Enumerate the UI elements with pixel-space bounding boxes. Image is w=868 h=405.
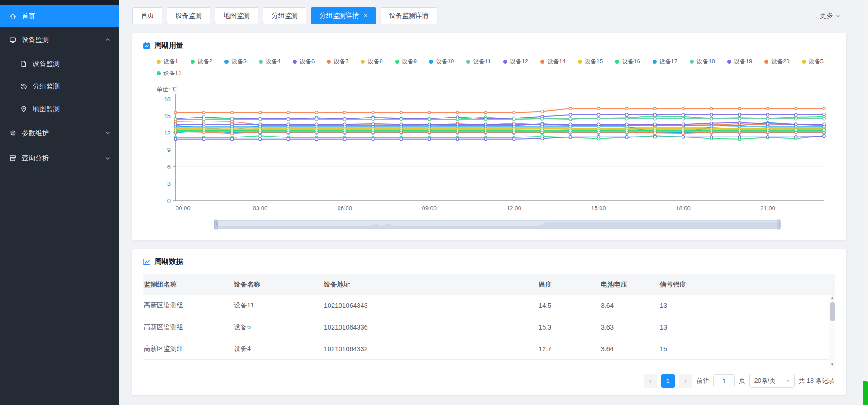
svg-text:9: 9 bbox=[167, 146, 171, 153]
legend-item-设备14[interactable]: 设备14 bbox=[540, 57, 565, 66]
column-header: 温度 bbox=[538, 280, 600, 289]
scroll-up-icon[interactable]: ▲ bbox=[829, 295, 836, 301]
legend-dot bbox=[540, 60, 544, 64]
column-header: 信号强度 bbox=[659, 280, 835, 289]
legend-item-设备18[interactable]: 设备18 bbox=[690, 57, 715, 66]
page-size-value: 20条/页 bbox=[754, 377, 776, 385]
page-number-input[interactable] bbox=[713, 374, 735, 387]
page-1-button[interactable]: 1 bbox=[661, 374, 675, 388]
sidebar-item-home[interactable]: 首页 bbox=[0, 5, 119, 27]
legend-label: 设备3 bbox=[231, 57, 246, 66]
next-page-button[interactable]: › bbox=[679, 374, 692, 388]
data-card-title: 周期数据 bbox=[143, 257, 835, 267]
table-cell: 设备4 bbox=[233, 344, 323, 353]
tab-label: 设备监测详情 bbox=[389, 11, 429, 20]
legend-dot bbox=[466, 60, 470, 64]
table-header: 监测组名称设备名称设备地址温度电池电压信号强度 bbox=[143, 274, 835, 295]
sidebar-item-label: 地图监测 bbox=[33, 105, 60, 113]
sidebar-item-device-monitor[interactable]: 设备监测 bbox=[0, 27, 119, 52]
legend-item-设备2[interactable]: 设备2 bbox=[191, 57, 212, 66]
legend-label: 设备16 bbox=[622, 57, 640, 66]
legend-item-设备16[interactable]: 设备16 bbox=[615, 57, 640, 66]
svg-text:18: 18 bbox=[164, 96, 171, 103]
svg-text:18:00: 18:00 bbox=[676, 205, 691, 212]
svg-text:21:00: 21:00 bbox=[760, 205, 775, 212]
legend-dot bbox=[395, 60, 399, 64]
legend-item-设备5[interactable]: 设备5 bbox=[802, 57, 824, 66]
legend-label: 设备17 bbox=[659, 57, 677, 66]
legend-item-设备19[interactable]: 设备19 bbox=[727, 57, 752, 66]
prev-page-button[interactable]: ‹ bbox=[644, 374, 657, 388]
legend-item-设备1[interactable]: 设备1 bbox=[157, 57, 178, 66]
column-header: 设备地址 bbox=[323, 280, 538, 289]
sidebar-item-label: 参数维护 bbox=[22, 129, 49, 137]
legend-item-设备13[interactable]: 设备13 bbox=[157, 69, 181, 77]
legend-item-设备8[interactable]: 设备8 bbox=[361, 57, 382, 66]
table-row: 高新区监测组设备610210106433615.33.6313 bbox=[143, 316, 835, 338]
legend-item-设备3[interactable]: 设备3 bbox=[224, 57, 246, 66]
tab-分组监测[interactable]: 分组监测 bbox=[263, 7, 306, 24]
more-label: 更多 bbox=[820, 11, 833, 20]
usage-line-chart[interactable]: 单位: ℃036912151800:0003:0006:0009:0012:00… bbox=[143, 85, 835, 235]
table-cell: 12.7 bbox=[538, 345, 600, 353]
chevron-down-icon bbox=[835, 13, 841, 19]
tab-地图监测[interactable]: 地图监测 bbox=[215, 7, 258, 24]
legend-label: 设备13 bbox=[163, 69, 181, 77]
scroll-down-icon[interactable]: ▼ bbox=[829, 361, 836, 368]
data-card: 周期数据 监测组名称设备名称设备地址温度电池电压信号强度 高新区监测组设备111… bbox=[132, 249, 846, 395]
more-dropdown[interactable]: 更多 bbox=[820, 11, 841, 20]
table-cell: 102101064332 bbox=[323, 345, 538, 353]
usage-card: 周期用量 设备1设备2设备3设备4设备6设备7设备8设备9设备10设备11设备1… bbox=[132, 33, 846, 240]
legend-dot bbox=[764, 60, 768, 64]
sidebar-item-map-monitor[interactable]: 地图监测 bbox=[0, 98, 119, 120]
page-scrollbar[interactable] bbox=[862, 0, 868, 405]
legend-dot bbox=[293, 60, 297, 64]
legend-dot bbox=[157, 71, 161, 75]
table-cell: 设备6 bbox=[233, 323, 323, 331]
svg-text:12:00: 12:00 bbox=[506, 205, 521, 212]
legend-item-设备17[interactable]: 设备17 bbox=[653, 57, 677, 66]
column-header: 电池电压 bbox=[600, 280, 659, 289]
chevron-up-icon bbox=[105, 37, 110, 42]
legend-item-设备12[interactable]: 设备12 bbox=[503, 57, 528, 66]
file-icon bbox=[20, 60, 28, 68]
sidebar-item-group-monitor[interactable]: 分组监测 bbox=[0, 75, 119, 98]
legend-label: 设备2 bbox=[197, 57, 212, 66]
page-size-select[interactable]: 20条/页 ▾ bbox=[749, 374, 795, 388]
tab-设备监测详情[interactable]: 设备监测详情 bbox=[381, 7, 437, 24]
legend-item-设备4[interactable]: 设备4 bbox=[259, 57, 281, 66]
tab-设备监测[interactable]: 设备监测 bbox=[167, 7, 210, 24]
sidebar-item-query-analysis[interactable]: 查询分析 bbox=[0, 146, 119, 171]
legend-label: 设备14 bbox=[547, 57, 565, 66]
legend-item-设备7[interactable]: 设备7 bbox=[327, 57, 348, 66]
chevron-down-icon bbox=[105, 130, 110, 136]
legend-dot bbox=[429, 60, 433, 64]
page-scrollbar-thumb[interactable] bbox=[863, 381, 868, 405]
tab-首页[interactable]: 首页 bbox=[132, 7, 162, 24]
svg-text:12: 12 bbox=[164, 130, 171, 137]
scrollbar-thumb[interactable] bbox=[830, 302, 835, 321]
legend-item-设备15[interactable]: 设备15 bbox=[578, 57, 603, 66]
legend-dot bbox=[802, 60, 806, 64]
legend-item-设备11[interactable]: 设备11 bbox=[466, 57, 491, 66]
goto-label: 前往 bbox=[696, 377, 709, 385]
tab-分组监测详情[interactable]: 分组监测详情× bbox=[311, 7, 376, 24]
usage-card-title: 周期用量 bbox=[143, 41, 835, 51]
legend-dot bbox=[327, 60, 331, 64]
legend-item-设备20[interactable]: 设备20 bbox=[764, 57, 789, 66]
archive-icon bbox=[9, 155, 17, 162]
legend-item-设备9[interactable]: 设备9 bbox=[395, 57, 417, 66]
data-title-text: 周期数据 bbox=[154, 257, 183, 267]
sidebar-item-param-maintain[interactable]: 参数维护 bbox=[0, 120, 119, 146]
sidebar-item-label: 设备监测 bbox=[33, 60, 60, 68]
tab-close-icon[interactable]: × bbox=[364, 13, 367, 19]
legend-item-设备10[interactable]: 设备10 bbox=[429, 57, 454, 66]
sidebar-item-device-monitor-sub[interactable]: 设备监测 bbox=[0, 52, 119, 75]
table-scrollbar[interactable]: ▲ ▼ bbox=[829, 295, 835, 368]
tab-label: 设备监测 bbox=[176, 11, 202, 20]
legend-label: 设备15 bbox=[585, 57, 603, 66]
chart-legend: 设备1设备2设备3设备4设备6设备7设备8设备9设备10设备11设备12设备14… bbox=[157, 57, 835, 77]
legend-item-设备6[interactable]: 设备6 bbox=[293, 57, 315, 66]
table-body[interactable]: 高新区监测组设备1110210106434314.53.6413高新区监测组设备… bbox=[143, 295, 835, 368]
svg-text:06:00: 06:00 bbox=[338, 205, 353, 212]
